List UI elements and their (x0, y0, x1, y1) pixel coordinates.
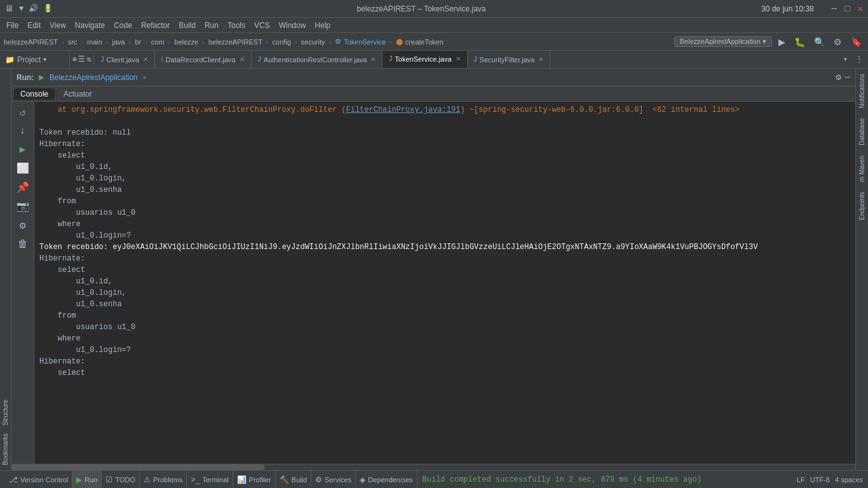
run-toolbar: ↺ ↓ ▶ ⬜ 📌 📷 ⚙ 🗑 (11, 102, 34, 464)
breadcrumb-main[interactable]: main (87, 38, 102, 46)
run-minimize-icon[interactable]: ─ (845, 72, 850, 83)
tab-client-java[interactable]: J Client.java ✕ (94, 51, 154, 68)
actuator-tab[interactable]: Actuator (57, 88, 98, 100)
breadcrumb-createtoken[interactable]: createToken (405, 38, 444, 46)
breadcrumb-belezze[interactable]: belezze (174, 38, 198, 46)
breadcrumb-config[interactable]: config (273, 38, 291, 46)
console-tab[interactable]: Console (14, 88, 55, 100)
menu-item-build[interactable]: Build (175, 20, 200, 31)
maximize-button[interactable]: □ (844, 4, 850, 14)
tab-label: SecurityFilter.java (480, 56, 535, 64)
nav-settings-icon[interactable]: ⚙ (831, 36, 844, 48)
status-services[interactable]: ⚙ Services (311, 471, 356, 488)
menu-item-help[interactable]: Help (311, 20, 334, 31)
scroll-to-end-button[interactable]: ↓ (18, 123, 28, 139)
tab-more-button[interactable]: ⋮ (853, 53, 865, 65)
breadcrumb-tokenservice[interactable]: TokenService (344, 38, 386, 46)
breadcrumb-security[interactable]: security (301, 38, 325, 46)
menu-item-window[interactable]: Window (275, 20, 310, 31)
problems-icon: ⚠ (144, 475, 151, 484)
clear-button[interactable]: 🗑 (16, 236, 30, 252)
tab-close-button[interactable]: ✕ (143, 56, 148, 63)
breadcrumb-project[interactable]: belezzeAPIREST (4, 38, 58, 46)
encoding-indicator[interactable]: UTF-8 (810, 476, 830, 484)
right-label-endpoints[interactable]: Endpoints (857, 187, 867, 225)
menu-item-edit[interactable]: Edit (24, 20, 44, 31)
camera-button[interactable]: 📷 (15, 198, 31, 215)
project-panel-button[interactable]: 📁 Project ▾ (0, 51, 70, 68)
run-settings-icon[interactable]: ⚙ (836, 72, 841, 83)
tab-securityfilter-java[interactable]: J SecurityFilter.java ✕ (468, 51, 551, 68)
menu-item-code[interactable]: Code (110, 20, 136, 31)
console-hscroll[interactable] (11, 464, 855, 470)
nav-search-icon[interactable]: 🔍 (811, 36, 827, 48)
nav-debug-icon[interactable]: 🐛 (792, 36, 808, 48)
status-build[interactable]: 🔨 Build (276, 471, 311, 488)
tab-close-button[interactable]: ✕ (456, 55, 461, 62)
breadcrumb-java[interactable]: java (112, 38, 125, 46)
console-output[interactable]: at org.springframework.security.web.Filt… (34, 102, 855, 464)
menu-item-view[interactable]: View (46, 20, 70, 31)
status-dependencies[interactable]: ◈ Dependencies (356, 471, 417, 488)
restart-button[interactable]: ↺ (18, 104, 28, 121)
status-todo[interactable]: ☑ TODO (102, 471, 140, 488)
line-ending-indicator[interactable]: LF (797, 476, 805, 484)
menu-item-file[interactable]: File (3, 20, 22, 31)
menu-item-tools[interactable]: Tools (224, 20, 249, 31)
breadcrumb-br[interactable]: br (135, 38, 141, 46)
tab-datarecordclient-java[interactable]: I DataRecordClient.java ✕ (155, 51, 252, 68)
menu-item-vcs[interactable]: VCS (250, 20, 274, 31)
indent-indicator[interactable]: 4 spaces (835, 476, 863, 484)
tab-icon-add[interactable]: ⊕ (72, 55, 77, 64)
breadcrumb-com[interactable]: com (151, 38, 165, 46)
minimize-button[interactable]: ─ (832, 4, 837, 14)
tab-type-icon: J (474, 56, 477, 63)
breadcrumb-apirest[interactable]: belezzeAPIREST (208, 38, 262, 46)
tab-tokenservice-java[interactable]: J TokenService.java ✕ (383, 51, 467, 68)
right-label-notifications[interactable]: Notifications (857, 69, 867, 113)
run-app-name[interactable]: BelezzeApirestApplication (50, 73, 138, 82)
right-label-database[interactable]: Database (857, 113, 867, 151)
tab-close-button[interactable]: ✕ (370, 56, 376, 63)
menu-item-run[interactable]: Run (201, 20, 222, 31)
status-run[interactable]: ▶ Run (72, 471, 102, 488)
breadcrumb-src[interactable]: src (68, 38, 78, 46)
status-version-control[interactable]: ⎇ Version Control (5, 471, 72, 488)
nav-run-icon[interactable]: ▶ (776, 36, 788, 48)
console-line: u1_0.login, (39, 287, 850, 299)
settings-button[interactable]: ⚙ (18, 217, 28, 234)
left-label-structure[interactable]: Structure (2, 400, 9, 426)
console-line: where (39, 333, 850, 344)
console-line: Hibernate: (39, 139, 850, 150)
run-close-icon[interactable]: ✕ (143, 74, 147, 81)
stop-button[interactable]: ⬜ (15, 160, 31, 177)
right-sidebar: Notifications Database m Maven Endpoints (855, 69, 868, 470)
pin-button[interactable]: 📌 (15, 179, 31, 196)
menu-bar: FileEditViewNavigateCodeRefactorBuildRun… (0, 18, 868, 33)
console-line: from (39, 196, 850, 207)
status-problems[interactable]: ⚠ Problems (140, 471, 187, 488)
tab-icon-sort[interactable]: ⇅ (86, 55, 91, 64)
tab-close-button[interactable]: ✕ (538, 56, 543, 63)
left-label-bookmarks[interactable]: Bookmarks (2, 433, 9, 465)
right-label-maven[interactable]: m Maven (857, 151, 867, 187)
console-link[interactable]: FilterChainProxy.java:191 (346, 105, 460, 114)
menu-item-refactor[interactable]: Refactor (137, 20, 173, 31)
run-label: Run: (17, 73, 34, 82)
run-button[interactable]: ▶ (18, 141, 28, 158)
status-profiler[interactable]: 📊 Profiler (233, 471, 276, 488)
close-button[interactable]: ✕ (858, 3, 863, 14)
tab-type-icon: J (258, 56, 261, 63)
tab-overflow-button[interactable]: ▾ (841, 53, 850, 65)
nav-bookmark-icon[interactable]: 🔖 (848, 36, 864, 48)
tab-close-button[interactable]: ✕ (240, 56, 245, 63)
problems-label: Problems (153, 476, 182, 484)
tab-authcontroller-java[interactable]: J AuthenticationRestController.java ✕ (252, 51, 383, 68)
menu-item-navigate[interactable]: Navigate (71, 20, 109, 31)
run-panel: Run: ▶ BelezzeApirestApplication ✕ ⚙ ─ C… (11, 69, 855, 470)
run-config-button[interactable]: BelezzeApirestApplication ▾ (674, 36, 772, 47)
status-terminal[interactable]: >_ Terminal (187, 471, 233, 488)
tab-icon-settings[interactable]: ☰ (78, 55, 85, 64)
status-success-message: Build completed successfully in 2 sec, 8… (417, 475, 707, 484)
version-control-icon: ⎇ (9, 475, 18, 484)
